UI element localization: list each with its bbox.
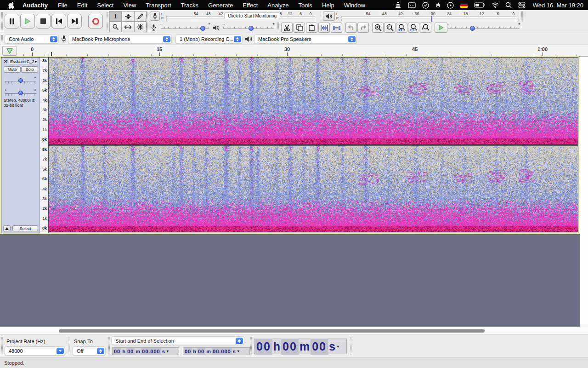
timeline[interactable]: 01530451:00 (0, 45, 588, 57)
undo-button[interactable] (345, 23, 357, 33)
playback-device-select[interactable]: MacBook Pro Speakers (254, 34, 357, 44)
time-digit-group[interactable]: s (328, 339, 336, 355)
play-at-speed-button[interactable] (435, 23, 447, 33)
toolbar-grip[interactable] (250, 337, 252, 355)
skip-to-start-button[interactable] (51, 14, 66, 29)
menu-window[interactable]: Window (344, 2, 365, 9)
time-shift-tool-button[interactable] (122, 22, 134, 32)
time-digit-group[interactable]: m (205, 348, 212, 355)
recording-channels-select[interactable]: 1 (Mono) Recording C... (175, 34, 243, 44)
skip-to-end-button[interactable] (67, 14, 82, 29)
time-digit-group[interactable]: 00 (113, 348, 121, 355)
toolbar-grip[interactable] (1, 12, 3, 31)
toolbar-grip[interactable] (1, 337, 3, 355)
menu-tracks[interactable]: Tracks (181, 2, 199, 9)
toolbar-grip[interactable] (108, 337, 110, 355)
gain-thumb[interactable] (18, 78, 23, 83)
pan-thumb[interactable] (18, 91, 23, 95)
redo-button[interactable] (357, 23, 369, 33)
playback-volume-slider[interactable]: –+ (223, 24, 274, 31)
zoom-in-button[interactable] (372, 23, 384, 33)
menu-app-name[interactable]: Audacity (23, 2, 48, 9)
solo-button[interactable]: Solo (21, 66, 38, 73)
play-speed-thumb[interactable] (470, 26, 475, 31)
time-digit-group[interactable]: h (121, 348, 126, 355)
time-digit-group[interactable]: s (232, 348, 237, 355)
paste-button[interactable] (306, 23, 317, 33)
cut-button[interactable] (281, 23, 293, 33)
play-button[interactable] (20, 14, 35, 29)
menu-analyze[interactable]: Analyze (267, 2, 288, 9)
time-digit-group[interactable]: 00.000 (141, 348, 161, 355)
dropdown-arrow-icon[interactable]: ▾ (336, 345, 340, 349)
silence-audio-button[interactable] (331, 23, 342, 33)
envelope-tool-button[interactable] (122, 11, 134, 22)
timeline-ruler[interactable]: 01530451:00 (19, 45, 588, 57)
menu-view[interactable]: View (123, 2, 136, 9)
zoom-toggle-button[interactable] (420, 23, 431, 33)
track-select-button[interactable]: Select (12, 225, 38, 231)
horizontal-scrollbar-thumb[interactable] (59, 329, 485, 333)
recording-volume-thumb[interactable] (200, 26, 205, 31)
battery-icon[interactable] (474, 2, 485, 8)
play-circle-icon[interactable] (447, 2, 454, 9)
pan-slider[interactable]: LR (5, 89, 36, 97)
time-digit-group[interactable]: 00 (126, 348, 135, 355)
time-digit-group[interactable]: m (299, 339, 311, 355)
record-button[interactable] (88, 14, 103, 29)
menu-generate[interactable]: Generate (208, 2, 233, 9)
time-digit-group[interactable]: 00 (311, 339, 328, 355)
track-close-button[interactable]: ✕ (4, 59, 7, 64)
zoom-selection-button[interactable] (396, 23, 407, 33)
apple-menu-icon[interactable] (8, 2, 14, 9)
menu-select[interactable]: Select (97, 2, 113, 9)
vlc-cone-icon[interactable] (395, 2, 401, 8)
search-icon[interactable] (505, 2, 512, 8)
selection-mode-select[interactable]: Start and End of Selection (111, 336, 244, 345)
microphone-icon[interactable] (150, 12, 160, 21)
recording-meter[interactable]: LR Click to Start Monitoring -54-48-42-1… (150, 12, 318, 22)
toolbar-grip[interactable] (521, 12, 523, 21)
control-center-icon[interactable] (518, 2, 526, 8)
menu-tools[interactable]: Tools (299, 2, 312, 9)
speaker-icon[interactable] (323, 12, 335, 21)
toolbar-grip[interactable] (320, 12, 321, 21)
time-digit-group[interactable]: 00 (184, 348, 192, 355)
play-speed-slider[interactable]: –+ (448, 24, 520, 31)
audio-host-select[interactable]: Core Audio (5, 34, 59, 44)
pause-button[interactable] (5, 14, 19, 29)
menu-bar-clock[interactable]: Wed 16. Mar 19:20 (533, 2, 583, 9)
mute-button[interactable]: Mute (4, 66, 21, 73)
draw-tool-button[interactable] (134, 11, 147, 22)
time-digit-group[interactable]: h (192, 348, 197, 355)
menu-effect[interactable]: Effect (243, 2, 258, 9)
time-digit-group[interactable]: m (135, 348, 141, 355)
time-digit-group[interactable]: 00.000 (212, 348, 232, 355)
tracks-empty-area[interactable] (0, 234, 580, 327)
recording-volume-slider[interactable]: –+ (161, 24, 209, 31)
menu-help[interactable]: Help (322, 2, 334, 9)
toolbar-grip[interactable] (68, 337, 69, 355)
horizontal-scrollbar[interactable] (0, 327, 588, 334)
dropdown-arrow-icon[interactable]: ▾ (237, 349, 240, 353)
toolbar-grip[interactable] (350, 337, 351, 355)
copy-button[interactable] (294, 23, 305, 33)
playback-meter[interactable]: LR -54-48-42-36-30-24-18-12-60 (323, 12, 519, 22)
stop-button[interactable] (36, 14, 51, 29)
wifi-icon[interactable] (492, 2, 499, 8)
menu-edit[interactable]: Edit (77, 2, 87, 9)
menu-file[interactable]: File (58, 2, 68, 9)
toolbar-grip[interactable] (1, 35, 3, 43)
toolbar-grip[interactable] (107, 12, 108, 31)
playback-volume-thumb[interactable] (249, 26, 254, 31)
trim-audio-button[interactable] (318, 23, 330, 33)
vertical-scrollbar[interactable] (580, 57, 588, 327)
time-digit-group[interactable]: s (161, 348, 166, 355)
zoom-out-button[interactable] (384, 23, 396, 33)
check-circle-icon[interactable] (422, 2, 429, 9)
snap-to-select[interactable]: Off (73, 346, 106, 356)
selection-tool-button[interactable]: I (109, 11, 122, 22)
track-name-menu[interactable]: EssbarerC_2▼ (9, 59, 38, 64)
start-monitoring-button[interactable]: Click to Start Monitoring (224, 12, 280, 19)
multi-tool-button[interactable] (134, 22, 147, 32)
